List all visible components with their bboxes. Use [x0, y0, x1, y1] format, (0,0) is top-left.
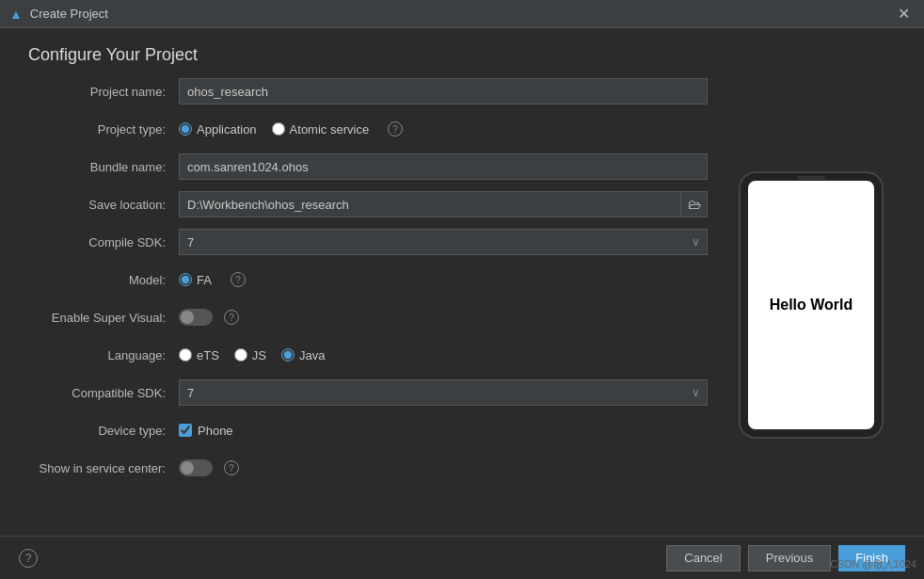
- radio-ets-input[interactable]: [179, 348, 192, 362]
- radio-atomic-label: Atomic service: [290, 122, 370, 137]
- dialog-title: Configure Your Project: [28, 45, 896, 65]
- compile-sdk-select[interactable]: 7 6: [179, 229, 708, 255]
- model-radio-group: FA ?: [179, 272, 708, 287]
- project-type-control: Application Atomic service ?: [179, 121, 708, 137]
- close-button[interactable]: ✕: [892, 3, 915, 25]
- compatible-sdk-select[interactable]: 7 6: [179, 379, 708, 406]
- footer-left: ?: [19, 549, 38, 568]
- bundle-name-row: Bundle name:: [28, 150, 708, 184]
- compatible-sdk-label: Compatible SDK:: [28, 386, 179, 400]
- radio-ets-label: eTS: [197, 348, 219, 362]
- compile-sdk-control: 7 6 ∨: [179, 229, 708, 255]
- radio-fa-label: FA: [197, 273, 212, 287]
- radio-atomic-input[interactable]: [272, 122, 285, 136]
- model-label: Model:: [28, 273, 179, 287]
- checkbox-phone-input[interactable]: [179, 424, 192, 437]
- model-help-icon[interactable]: ?: [231, 272, 246, 287]
- dialog-footer: ? Cancel Previous Finish: [0, 536, 924, 579]
- title-bar: ▲ Create Project ✕: [0, 0, 924, 28]
- project-type-radio-group: Application Atomic service ?: [179, 121, 708, 137]
- radio-application[interactable]: Application: [179, 122, 257, 137]
- compile-sdk-row: Compile SDK: 7 6 ∨: [28, 225, 708, 259]
- dialog-header: Configure Your Project: [0, 28, 924, 74]
- radio-atomic[interactable]: Atomic service: [272, 122, 370, 137]
- bundle-name-label: Bundle name:: [28, 160, 179, 174]
- footer-help-icon[interactable]: ?: [19, 549, 38, 568]
- radio-java-input[interactable]: [281, 348, 295, 362]
- preview-panel: Hello World: [726, 74, 896, 536]
- save-location-row: Save location: 🗁: [28, 187, 708, 221]
- radio-fa[interactable]: FA: [179, 273, 212, 287]
- show-in-service-toggle[interactable]: [179, 459, 213, 476]
- radio-js-label: JS: [252, 348, 266, 362]
- cancel-button[interactable]: Cancel: [666, 545, 740, 571]
- project-name-label: Project name:: [28, 85, 179, 99]
- radio-application-input[interactable]: [179, 122, 192, 136]
- form-panel: Project name: Project type: Application: [28, 74, 708, 536]
- radio-js-input[interactable]: [234, 348, 247, 362]
- browse-button[interactable]: 🗁: [681, 191, 708, 217]
- radio-java-label: Java: [299, 348, 325, 362]
- model-control: FA ?: [179, 272, 708, 287]
- show-in-service-help-icon[interactable]: ?: [224, 460, 239, 475]
- dialog-content: Project name: Project type: Application: [0, 74, 924, 536]
- compatible-sdk-select-wrapper: 7 6 ∨: [179, 379, 708, 406]
- app-icon: ▲: [9, 7, 23, 22]
- enable-super-visual-row: Enable Super Visual: ?: [28, 300, 708, 334]
- project-name-input[interactable]: [179, 78, 708, 105]
- model-row: Model: FA ?: [28, 263, 708, 297]
- watermark: CSDN @散人1024: [830, 557, 916, 571]
- save-location-label: Save location:: [28, 198, 179, 212]
- show-in-service-toggle-knob: [181, 461, 194, 474]
- show-in-service-row: Show in service center: ?: [28, 451, 708, 485]
- show-in-service-label: Show in service center:: [28, 461, 179, 475]
- language-row: Language: eTS JS Java: [28, 338, 708, 372]
- project-name-control: [179, 78, 708, 105]
- checkbox-phone-label: Phone: [198, 424, 233, 438]
- dialog-body: Configure Your Project Project name: Pro…: [0, 28, 924, 579]
- enable-super-visual-control: ?: [179, 309, 708, 326]
- checkbox-phone[interactable]: Phone: [179, 424, 708, 438]
- compatible-sdk-row: Compatible SDK: 7 6 ∨: [28, 376, 708, 410]
- phone-preview: Hello World: [741, 173, 882, 437]
- device-type-control: Phone: [179, 424, 708, 438]
- language-control: eTS JS Java: [179, 348, 708, 362]
- location-wrapper: 🗁: [179, 191, 708, 217]
- radio-java[interactable]: Java: [281, 348, 325, 362]
- title-bar-left: ▲ Create Project: [9, 7, 108, 22]
- super-visual-toggle-knob: [181, 311, 194, 324]
- title-bar-title: Create Project: [30, 7, 108, 21]
- enable-super-visual-label: Enable Super Visual:: [28, 311, 179, 325]
- show-in-service-control: ?: [179, 459, 708, 476]
- radio-application-label: Application: [197, 122, 257, 137]
- super-visual-toggle[interactable]: [179, 309, 213, 326]
- radio-fa-input[interactable]: [179, 273, 192, 286]
- language-radio-group: eTS JS Java: [179, 348, 708, 362]
- save-location-input[interactable]: [179, 191, 681, 217]
- compatible-sdk-control: 7 6 ∨: [179, 379, 708, 406]
- radio-js[interactable]: JS: [234, 348, 266, 362]
- project-name-row: Project name:: [28, 74, 708, 108]
- compile-sdk-label: Compile SDK:: [28, 235, 179, 249]
- device-type-label: Device type:: [28, 424, 179, 438]
- language-label: Language:: [28, 348, 179, 362]
- hello-world-text: Hello World: [770, 297, 853, 314]
- save-location-control: 🗁: [179, 191, 708, 217]
- bundle-name-control: [179, 153, 708, 180]
- project-type-label: Project type:: [28, 122, 179, 137]
- super-visual-help-icon[interactable]: ?: [224, 310, 239, 325]
- bundle-name-input[interactable]: [179, 153, 708, 180]
- compile-sdk-select-wrapper: 7 6 ∨: [179, 229, 708, 255]
- previous-button[interactable]: Previous: [748, 545, 832, 571]
- radio-ets[interactable]: eTS: [179, 348, 219, 362]
- device-type-row: Device type: Phone: [28, 413, 708, 447]
- project-type-row: Project type: Application Atomic service…: [28, 112, 708, 146]
- project-type-help-icon[interactable]: ?: [388, 121, 403, 137]
